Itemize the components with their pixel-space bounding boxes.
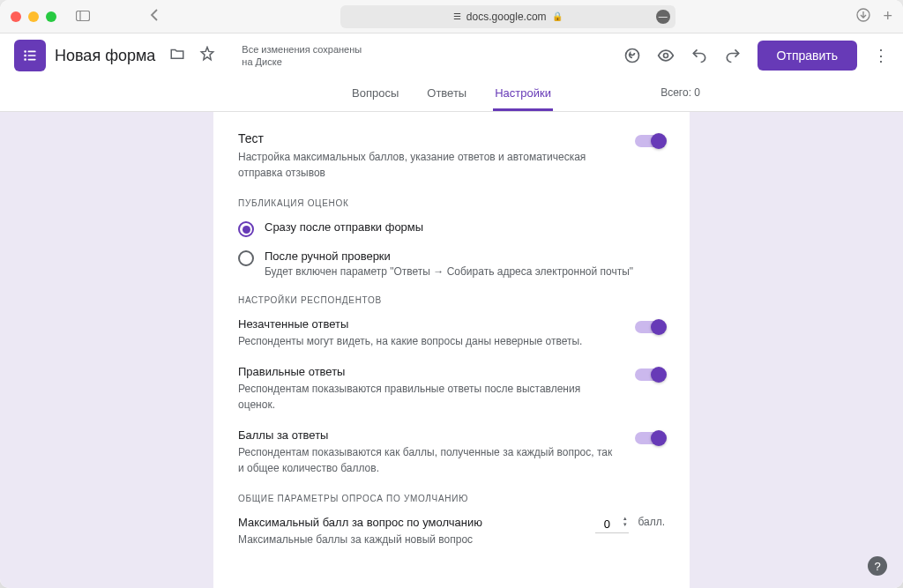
svg-rect-8 <box>28 59 36 61</box>
theme-icon[interactable] <box>623 47 641 64</box>
sidebar-toggle-icon[interactable] <box>76 10 90 24</box>
points-title: Баллы за ответы <box>238 428 617 442</box>
quiz-desc: Настройка максимальных баллов, указание … <box>238 149 621 181</box>
more-icon[interactable]: ⋮ <box>873 46 889 65</box>
radio-immediately-label: Сразу после отправки формы <box>265 220 665 234</box>
tab-settings[interactable]: Настройки <box>493 78 553 111</box>
star-icon[interactable] <box>199 46 215 65</box>
minimize-window[interactable] <box>28 11 39 22</box>
quiz-title: Тест <box>238 131 621 145</box>
settings-card: Тест Настройка максимальных баллов, указ… <box>213 112 690 588</box>
download-icon[interactable] <box>856 8 870 26</box>
correct-toggle[interactable] <box>635 368 665 381</box>
missed-title: Незачтенные ответы <box>238 317 617 331</box>
close-window[interactable] <box>11 11 21 22</box>
tab-answers[interactable]: Ответы <box>425 78 468 111</box>
radio-manual-label: После ручной проверки <box>265 249 665 263</box>
radio-manual-desc: Будет включен параметр "Ответы → Собират… <box>265 265 665 278</box>
maximize-window[interactable] <box>46 11 56 22</box>
tab-questions[interactable]: Вопросы <box>350 78 400 111</box>
default-score-desc: Максимальные баллы за каждый новый вопро… <box>238 532 586 547</box>
tabs: Вопросы Ответы Настройки Всего: 0 <box>0 78 903 112</box>
default-score-title: Максимальный балл за вопрос по умолчанию <box>238 516 586 529</box>
svg-rect-0 <box>77 11 90 20</box>
svg-rect-3 <box>24 50 26 53</box>
forms-logo-icon[interactable] <box>14 40 46 71</box>
titlebar: ☰ docs.google.com 🔒 — + <box>0 0 903 33</box>
site-settings-icon: ☰ <box>453 11 461 21</box>
svg-rect-7 <box>24 58 26 61</box>
lock-icon: 🔒 <box>552 11 563 21</box>
undo-icon[interactable] <box>690 47 708 64</box>
publish-header: ПУБЛИКАЦИЯ ОЦЕНОК <box>238 198 665 208</box>
svg-point-10 <box>663 54 668 58</box>
default-score-input[interactable] <box>595 516 629 533</box>
svg-rect-5 <box>24 55 26 57</box>
missed-desc: Респонденты могут видеть, на какие вопро… <box>238 334 617 349</box>
svg-rect-4 <box>28 51 36 53</box>
form-title[interactable]: Новая форма <box>55 47 155 65</box>
new-tab-icon[interactable]: + <box>883 7 892 26</box>
redo-icon[interactable] <box>724 47 742 64</box>
correct-title: Правильные ответы <box>238 365 617 378</box>
svg-rect-6 <box>28 55 36 56</box>
preview-icon[interactable] <box>657 47 675 64</box>
save-status: Все изменения сохранены на Диске <box>242 43 365 69</box>
points-toggle[interactable] <box>635 432 665 444</box>
quiz-toggle[interactable] <box>635 135 665 147</box>
radio-manual[interactable] <box>238 250 254 266</box>
app-header: Новая форма Все изменения сохранены на Д… <box>0 33 903 78</box>
move-folder-icon[interactable] <box>169 46 185 65</box>
reader-icon[interactable]: — <box>656 10 670 24</box>
send-button[interactable]: Отправить <box>757 41 857 71</box>
radio-immediately[interactable] <box>238 221 254 237</box>
browser-window: ☰ docs.google.com 🔒 — + Новая форма Все … <box>0 0 903 588</box>
defaults-header: ОБЩИЕ ПАРАМЕТРЫ ОПРОСА ПО УМОЛЧАНИЮ <box>238 494 665 503</box>
address-bar[interactable]: ☰ docs.google.com 🔒 — <box>340 5 675 28</box>
respondent-header: НАСТРОЙКИ РЕСПОНДЕНТОВ <box>238 295 665 305</box>
score-unit: балл. <box>638 516 665 528</box>
url-text: docs.google.com <box>466 11 547 23</box>
nav-back-icon[interactable] <box>150 9 159 25</box>
traffic-lights <box>11 11 56 22</box>
correct-desc: Респондентам показываются правильные отв… <box>238 382 617 413</box>
content-area: Тест Настройка максимальных баллов, указ… <box>0 112 903 588</box>
points-desc: Респондентам показываются как баллы, пол… <box>238 445 617 476</box>
help-icon[interactable]: ? <box>868 556 887 576</box>
missed-toggle[interactable] <box>635 321 665 333</box>
total-points: Всего: 0 <box>660 86 700 99</box>
